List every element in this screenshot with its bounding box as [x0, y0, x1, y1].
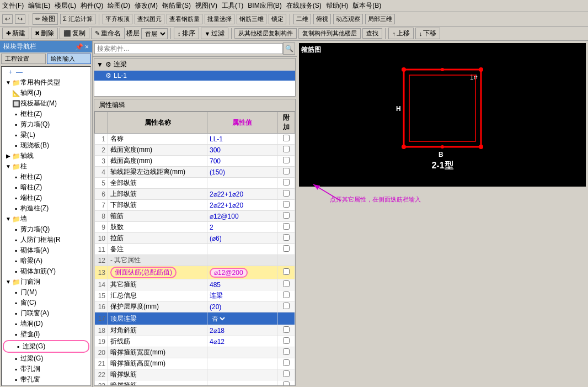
prop-row-check-22[interactable] [277, 369, 295, 380]
prop-row-2[interactable]: 2截面宽度(mm)300 [95, 145, 295, 156]
undo-button[interactable]: ↩ [2, 14, 13, 24]
prop-row-val-2[interactable]: 300 [207, 145, 277, 156]
prop-row-val-3[interactable]: 700 [207, 156, 277, 167]
tree-shear-col[interactable]: ▪ 暗柱(Z) [2, 182, 90, 193]
prop-tab[interactable]: 属性编辑 [94, 99, 295, 112]
prop-row-19[interactable]: 19折线筋4⌀12 [95, 336, 295, 347]
prop-row-23[interactable]: 23暗撑箍筋 [95, 380, 295, 386]
tree-window[interactable]: ▪ 窗(C) [2, 298, 90, 308]
prop-row-val-6[interactable]: 2⌀22+1⌀20 [207, 189, 277, 200]
find-component-button[interactable]: 查找 [362, 28, 382, 39]
prop-row-val-1[interactable]: LL-1 [207, 134, 277, 145]
menu-file[interactable]: 文件(F) [2, 1, 24, 10]
prop-row-val-16[interactable]: (20) [207, 301, 277, 312]
copy-component-button[interactable]: ⬛ 复制 [60, 28, 89, 39]
tree-dark-beam[interactable]: ▪ 暗梁(A) [2, 256, 90, 266]
menu-help[interactable]: 帮助(H) [326, 1, 349, 10]
prop-row-check-13[interactable] [277, 266, 295, 279]
prop-row-6[interactable]: 6上部纵筋2⌀22+1⌀20 [95, 189, 295, 200]
prop-row-check-21[interactable] [277, 358, 295, 369]
prop-row-11[interactable]: 11备注 [95, 244, 295, 255]
menu-component[interactable]: 构件(Q) [81, 1, 103, 10]
tree-wall-group[interactable]: ▼ 📁 墙 [2, 214, 90, 224]
tree-wall-hole[interactable]: ▪ 墙洞(D) [2, 319, 90, 329]
floor-selector[interactable]: 首层 [141, 28, 168, 39]
tree-beam[interactable]: ▪ 梁(L) [2, 130, 90, 140]
tree-lintel[interactable]: ▪ 壁龛(I) [2, 329, 90, 340]
prop-row-16[interactable]: 16保护层厚度(mm)(20) [95, 301, 295, 312]
tree-footing[interactable]: 🔲 筏板基础(M) [2, 98, 90, 109]
tree-shear-wall2[interactable]: ▪ 剪力墙(Q) [2, 224, 90, 235]
prop-row-val-23[interactable] [207, 380, 277, 386]
tree-brick-wall[interactable]: ▪ 砌体墙(A) [2, 245, 90, 256]
prop-row-check-8[interactable] [277, 211, 295, 222]
lock-button[interactable]: 锁定 [269, 14, 286, 24]
expand-col-icon[interactable]: ▼ [5, 163, 12, 169]
find-button[interactable]: 查找图元 [135, 14, 164, 24]
tree-frame-col[interactable]: ▪ 框柱(Z) [2, 109, 90, 119]
tree-beam-group[interactable]: ▼ 📁 梁 [2, 385, 90, 386]
dynamic-view-button[interactable]: 动态观察 [333, 14, 363, 24]
tree-axis[interactable]: 📐 轴网(J) [2, 88, 90, 98]
tree-item-add[interactable]: ＋— [2, 67, 90, 77]
prop-row-18[interactable]: 18对角斜筋2⌀18 [95, 325, 295, 336]
copy-from-button[interactable]: 从其他楼层复制构件 [234, 28, 297, 39]
prop-dropdown-17[interactable]: 否 [210, 313, 227, 324]
prop-row-1[interactable]: 1名称LL-1 [95, 134, 295, 145]
drawing-input-button[interactable]: 绘图输入 [47, 54, 92, 64]
prop-row-val-13[interactable]: ⌀12@200 [207, 266, 277, 279]
menu-edit[interactable]: 编辑(E) [28, 1, 50, 10]
search-input[interactable] [94, 43, 283, 54]
tree-common[interactable]: ▼ 📁 常用构件类型 [2, 77, 90, 88]
tree-floor-slab[interactable]: ▪ 现浇板(B) [2, 140, 90, 151]
prop-row-15[interactable]: 15汇总信息连梁 [95, 290, 295, 301]
prop-row-val-11[interactable] [207, 244, 277, 255]
prop-row-check-15[interactable] [277, 290, 295, 301]
tree-end-col[interactable]: ▪ 端柱(Z) [2, 193, 90, 203]
menu-modify[interactable]: 修改(M) [135, 1, 158, 10]
prop-row-3[interactable]: 3截面高度(mm)700 [95, 156, 295, 167]
prop-row-val-4[interactable]: (150) [207, 167, 277, 178]
prop-row-check-6[interactable] [277, 189, 295, 200]
prop-row-check-1[interactable] [277, 134, 295, 145]
batch-select-button[interactable]: 批量选择 [205, 14, 234, 24]
tree-shear-wall[interactable]: ▪ 剪力墙(Q) [2, 119, 90, 130]
up-button[interactable]: ↑ 上移 [388, 28, 414, 39]
prop-row-val-8[interactable]: ⌀12@100 [207, 211, 277, 222]
tree-axis-group[interactable]: ▶ 📁 轴线 [2, 151, 90, 161]
expand-wall-icon[interactable]: ▼ [5, 216, 12, 222]
prop-row-check-2[interactable] [277, 145, 295, 156]
menu-rebar[interactable]: 钢筋量(S) [162, 1, 191, 10]
prop-row-val-17[interactable]: 否 [207, 312, 277, 325]
prop-row-check-3[interactable] [277, 156, 295, 167]
expand-axis-icon[interactable]: ▶ [5, 153, 12, 159]
tree-brick-col[interactable]: ▪ 砌体加筋(Y) [2, 266, 90, 277]
menu-floor[interactable]: 楼层(L) [55, 1, 76, 10]
redo-button[interactable]: ↪ [15, 14, 25, 24]
prop-row-check-23[interactable] [277, 380, 295, 386]
project-settings-button[interactable]: 工程设置 [1, 54, 46, 64]
menu-online[interactable]: 在线服务(S) [286, 1, 322, 10]
prop-row-val-10[interactable]: (⌀6) [207, 233, 277, 244]
tree-lintel2[interactable]: ▪ 过梁(G) [2, 353, 90, 364]
rename-component-button[interactable]: ✎ 重命名 [91, 28, 125, 39]
tree-door-window2[interactable]: ▪ 门联窗(A) [2, 308, 90, 319]
tree-frame-col2[interactable]: ▪ 框柱(Z) [2, 172, 90, 182]
prop-row-val-18[interactable]: 2⌀18 [207, 325, 277, 336]
prop-row-20[interactable]: 20暗撑箍筋宽度(mm) [95, 347, 295, 358]
prop-row-check-19[interactable] [277, 336, 295, 347]
prop-row-val-21[interactable] [207, 358, 277, 369]
search-button[interactable]: 🔍 [283, 43, 295, 55]
nav-pin[interactable]: 📌 × [75, 43, 89, 51]
prop-row-val-14[interactable]: 485 [207, 279, 277, 290]
prop-row-check-17[interactable] [277, 312, 295, 325]
prop-row-4[interactable]: 4轴线距梁左边线距离(mm)(150) [95, 167, 295, 178]
prop-scroll[interactable]: 属性名称 属性值 附加 1名称LL-12截面宽度(mm)3003截面高度(mm)… [94, 112, 295, 385]
prop-row-val-22[interactable] [207, 369, 277, 380]
menu-tools[interactable]: 工具(T) [222, 1, 243, 10]
prop-row-check-14[interactable] [277, 279, 295, 290]
prop-row-21[interactable]: 21暗撑箍筋高度(mm) [95, 358, 295, 369]
menu-version[interactable]: 版本号(B) [352, 1, 381, 10]
prop-row-val-12[interactable] [207, 255, 277, 266]
comp-ll1[interactable]: ⚙ LL-1 [94, 71, 295, 81]
